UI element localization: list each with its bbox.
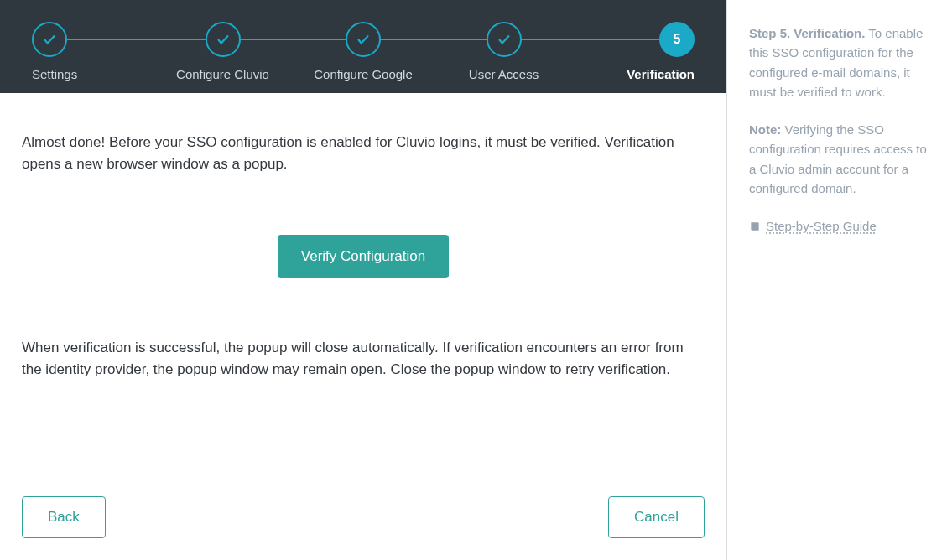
step-circle xyxy=(487,22,522,57)
main-column: Settings Configure Cluvio Configure Goog… xyxy=(0,0,726,560)
cancel-button[interactable]: Cancel xyxy=(608,496,705,538)
step-circle xyxy=(32,22,67,57)
step-label: Verification xyxy=(627,67,695,81)
sidebar-step-description: Step 5. Verification. To enable this SSO… xyxy=(749,23,929,101)
svg-rect-2 xyxy=(752,228,756,229)
check-icon xyxy=(497,32,512,47)
step-settings[interactable]: Settings xyxy=(32,22,133,81)
step-label: Configure Cluvio xyxy=(176,67,269,81)
sidebar-step-heading: Step 5. Verification. xyxy=(749,26,865,40)
step-circle xyxy=(346,22,381,57)
help-sidebar: Step 5. Verification. To enable this SSO… xyxy=(726,0,947,560)
step-configure-cluvio[interactable]: Configure Cluvio xyxy=(173,22,273,81)
back-button[interactable]: Back xyxy=(22,496,106,538)
check-icon xyxy=(356,32,371,47)
guide-link-label: Step-by-Step Guide xyxy=(766,216,877,236)
step-configure-google[interactable]: Configure Google xyxy=(313,22,414,81)
intro-text: Almost done! Before your SSO configurati… xyxy=(22,132,705,176)
step-label: Settings xyxy=(32,67,77,81)
sidebar-note-label: Note: xyxy=(749,122,781,137)
verify-row: Verify Configuration xyxy=(22,235,705,278)
sidebar-note: Note: Verifying the SSO configuration re… xyxy=(749,120,929,198)
step-user-access[interactable]: User Access xyxy=(454,22,554,81)
page-root: Settings Configure Cluvio Configure Goog… xyxy=(0,0,947,560)
step-verification[interactable]: 5 Verification xyxy=(594,22,695,81)
check-icon xyxy=(42,32,57,47)
step-label: User Access xyxy=(469,67,539,81)
step-circle-current: 5 xyxy=(659,22,695,57)
svg-rect-1 xyxy=(752,226,757,227)
check-icon xyxy=(216,32,231,47)
svg-rect-0 xyxy=(752,224,757,225)
step-label: Configure Google xyxy=(314,67,413,81)
verify-configuration-button[interactable]: Verify Configuration xyxy=(278,235,449,278)
outro-text: When verification is successful, the pop… xyxy=(22,337,705,381)
stepper: Settings Configure Cluvio Configure Goog… xyxy=(32,22,695,81)
stepper-header: Settings Configure Cluvio Configure Goog… xyxy=(0,0,726,93)
step-by-step-guide-link[interactable]: Step-by-Step Guide xyxy=(749,216,877,236)
stepper-steps: Settings Configure Cluvio Configure Goog… xyxy=(32,22,695,81)
footer-actions: Back Cancel xyxy=(22,496,705,560)
step-circle xyxy=(206,22,241,57)
book-icon xyxy=(749,220,761,232)
content-area: Almost done! Before your SSO configurati… xyxy=(0,93,726,560)
